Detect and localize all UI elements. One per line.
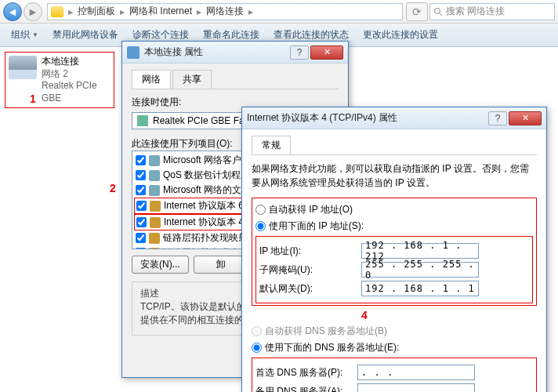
annotation-2: 2 [110,182,116,194]
radio-auto-ip[interactable]: 自动获得 IP 地址(O) [255,203,533,216]
mask-input[interactable]: 255 . 255 . 255 . 0 [361,262,479,278]
dialog-title: 本地连接 属性 [144,45,290,59]
breadcrumb-item[interactable]: 网络连接 [206,5,244,18]
change-settings-button[interactable]: 更改此连接的设置 [357,25,444,45]
uninstall-button[interactable]: 卸 [194,256,248,274]
close-button[interactable]: ✕ [310,45,343,60]
tab-sharing[interactable]: 共享 [172,70,212,89]
refresh-button[interactable]: ⟳ [406,2,428,21]
gateway-input[interactable]: 192 . 168 . 1 . 1 [361,281,479,296]
back-button[interactable]: ◄ [3,2,22,21]
breadcrumb-root[interactable]: 控制面板 [78,5,115,18]
search-box[interactable]: 搜索 网络连接 [429,3,555,20]
svg-point-0 [435,8,440,13]
folder-icon [51,6,63,17]
mask-label: 子网掩码(U): [259,263,361,277]
organize-button[interactable]: 组织▼ [5,25,45,45]
ip-input[interactable]: 192 . 168 . 1 . 212 [361,243,479,259]
ip-label: IP 地址(I): [259,245,361,258]
radio-manual-dns[interactable]: 使用下面的 DNS 服务器地址(E): [252,341,537,354]
adapter-name: 本地连接 [42,56,111,68]
dns2-label: 备用 DNS 服务器(A): [255,385,357,393]
disable-device-button[interactable]: 禁用此网络设备 [46,25,125,45]
nic-icon [137,115,148,126]
annotation-4: 4 [361,309,537,321]
gw-label: 默认网关(D): [259,282,361,296]
annotation-1: 1 [30,93,36,105]
tab-general[interactable]: 常规 [252,136,291,154]
forward-button[interactable]: ► [24,2,42,21]
tab-network[interactable]: 网络 [132,70,171,89]
install-button[interactable]: 安装(N)... [132,256,189,274]
intro-text: 如果网络支持此功能，则可以获取自动指派的 IP 设置。否则，您需要从网络系统管理… [252,162,537,190]
dns1-label: 首选 DNS 服务器(P): [255,366,357,379]
dialog-icon [127,46,140,59]
tabs: 网络 共享 [132,70,339,89]
radio-manual-ip[interactable]: 使用下面的 IP 地址(S): [255,220,533,233]
search-placeholder: 搜索 网络连接 [446,5,505,18]
network-adapter-tile[interactable]: 本地连接 网络 2 Realtek PCIe GBE [5,52,114,108]
adapter-icon [9,56,37,79]
explorer-navbar: ◄ ► ▸ 控制面板 ▸ 网络和 Internet ▸ 网络连接 ▸ ⟳ 搜索 … [0,0,558,24]
tabs: 常规 [252,136,537,155]
dialog-titlebar[interactable]: 本地连接 属性 ? ✕ [122,42,348,64]
dialog-title: Internet 协议版本 4 (TCP/IPv4) 属性 [247,111,488,125]
adapter-network: 网络 2 [42,68,111,81]
search-icon [433,7,443,16]
dns2-input[interactable]: . . . [357,383,475,392]
ipv4-properties-dialog: Internet 协议版本 4 (TCP/IPv4) 属性 ? ✕ 常规 如果网… [241,107,547,392]
help-button[interactable]: ? [290,45,309,60]
breadcrumb-item[interactable]: 网络和 Internet [129,5,192,18]
help-button[interactable]: ? [488,111,507,125]
dialog-titlebar[interactable]: Internet 协议版本 4 (TCP/IPv4) 属性 ? ✕ [242,107,546,129]
close-button[interactable]: ✕ [509,111,542,125]
address-bar[interactable]: ▸ 控制面板 ▸ 网络和 Internet ▸ 网络连接 ▸ [47,3,403,20]
dns1-input[interactable]: . . . [357,365,475,380]
radio-auto-dns: 自动获得 DNS 服务器地址(B) [252,325,537,338]
svg-line-1 [440,13,442,16]
adapter-device: Realtek PCIe GBE [42,80,111,104]
